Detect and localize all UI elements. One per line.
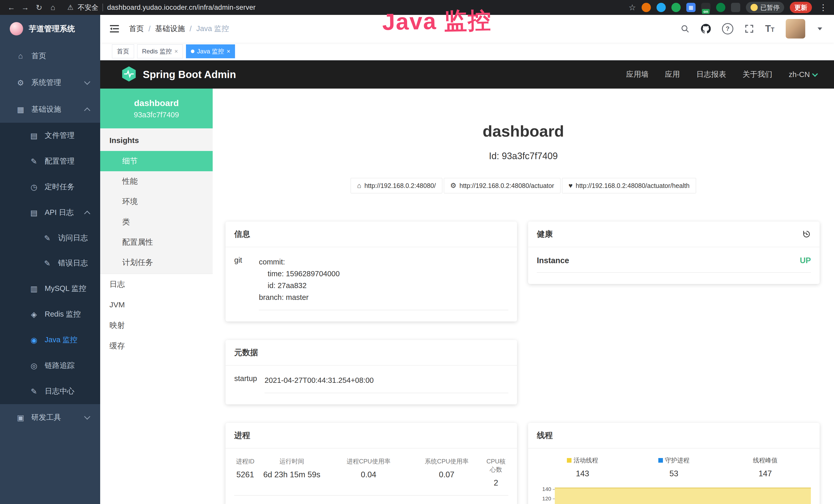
- sidebar-item-label: 错误日志: [58, 258, 88, 268]
- tab-redis[interactable]: Redis 监控 ×: [137, 44, 183, 58]
- toolbox-icon: ▣: [16, 413, 25, 422]
- sidebar-item-java[interactable]: ◉ Java 监控: [0, 327, 100, 353]
- sidebar-item-home[interactable]: ⌂ 首页: [0, 43, 100, 69]
- col-header: 进程CPU使用率: [328, 457, 410, 465]
- sidebar-item-dev-tools[interactable]: ▣ 研发工具: [0, 404, 100, 431]
- extension-switch-icon[interactable]: on: [701, 3, 710, 12]
- process-col: 进程CPU使用率 0.04: [328, 457, 410, 487]
- actuator-url-link[interactable]: ⚙ http://192.168.0.2:48080/actuator: [444, 178, 561, 193]
- caret-down-icon[interactable]: [817, 27, 822, 30]
- document-icon: ✎: [43, 234, 52, 243]
- extension-drop-icon[interactable]: [657, 3, 666, 12]
- sba-nav-journal[interactable]: 日志报表: [696, 69, 726, 79]
- sba-brand[interactable]: Spring Boot Admin: [143, 69, 236, 81]
- sidebar-item-mysql[interactable]: ▥ MySQL 监控: [0, 276, 100, 301]
- breadcrumb-current: Java 监控: [196, 24, 229, 34]
- user-avatar[interactable]: [786, 19, 805, 39]
- sidebar-item-label: 链路追踪: [45, 361, 74, 371]
- card-title: 健康: [537, 229, 553, 239]
- service-url-link[interactable]: ⌂ http://192.168.0.2:48080/: [351, 178, 442, 193]
- close-icon[interactable]: ×: [226, 48, 230, 55]
- sba-menu-logs[interactable]: 日志: [100, 274, 213, 295]
- process-col: 运行时间 6d 23h 15m 59s: [256, 457, 327, 487]
- health-url-link[interactable]: ♥ http://192.168.0.2:48080/actuator/heal…: [562, 178, 696, 193]
- tab-home[interactable]: 首页: [112, 44, 134, 58]
- address-bar[interactable]: ⚠ 不安全 dashboard.yudao.iocoder.cn/infra/a…: [67, 3, 627, 12]
- sba-nav-wallboard[interactable]: 应用墙: [626, 69, 649, 79]
- gear-icon: ⚙: [16, 78, 25, 87]
- update-button[interactable]: 更新: [790, 2, 812, 13]
- instance-header[interactable]: dashboard 93a3fc7f7409: [100, 89, 213, 129]
- sidebar-item-access-log[interactable]: ✎ 访问日志: [0, 225, 100, 251]
- extension-grid-icon[interactable]: ▦: [686, 3, 696, 12]
- app-title: 芋道管理系统: [29, 24, 75, 34]
- help-icon[interactable]: ?: [722, 23, 733, 35]
- search-icon[interactable]: [680, 24, 690, 33]
- github-icon[interactable]: [701, 24, 711, 33]
- sidebar-item-file[interactable]: ▤ 文件管理: [0, 123, 100, 148]
- sidebar-item-config[interactable]: ✎ 配置管理: [0, 148, 100, 174]
- legend-item-live: 活动线程 143: [537, 456, 628, 478]
- locale-label: zh-CN: [789, 70, 810, 79]
- sba-logo-icon[interactable]: [122, 66, 136, 83]
- close-icon[interactable]: ×: [174, 48, 178, 55]
- insights-group: Insights 细节 性能 环境 类 配置属性 计划任务: [100, 129, 213, 274]
- sidebar-item-error-log[interactable]: ✎ 错误日志: [0, 251, 100, 276]
- browser-menu-icon[interactable]: ⋮: [817, 3, 829, 12]
- back-icon[interactable]: ←: [5, 1, 18, 14]
- sba-menu-label: 细节: [122, 156, 138, 166]
- extension-leaf-icon[interactable]: [716, 3, 725, 12]
- breadcrumb-separator: /: [190, 25, 192, 33]
- col-value: 6d 23h 15m 59s: [256, 470, 327, 479]
- sba-menu-scheduled-tasks[interactable]: 计划任务: [100, 252, 213, 273]
- font-size-icon[interactable]: TT: [765, 23, 774, 34]
- sba-menu-jvm[interactable]: JVM: [100, 295, 213, 315]
- sba-menu-details[interactable]: 细节: [100, 151, 213, 171]
- update-label: 更新: [794, 3, 807, 12]
- breadcrumb-home[interactable]: 首页: [129, 24, 144, 34]
- extension-circle-icon[interactable]: [672, 3, 681, 12]
- sidebar-item-infra[interactable]: ▦ 基础设施: [0, 96, 100, 123]
- fullscreen-icon[interactable]: [745, 24, 754, 33]
- locale-select[interactable]: zh-CN: [789, 70, 817, 79]
- sba-menu-caches[interactable]: 缓存: [100, 336, 213, 356]
- sidebar-item-api-log[interactable]: ▤ API 日志: [0, 200, 100, 225]
- paused-badge[interactable]: 已暂停: [746, 2, 784, 13]
- info-line: time: 1596289704000: [259, 268, 508, 280]
- forward-icon[interactable]: →: [19, 1, 31, 14]
- url-text[interactable]: dashboard.yudao.iocoder.cn/infra/admin-s…: [107, 4, 256, 12]
- hamburger-icon[interactable]: [110, 25, 120, 33]
- breadcrumb-infra[interactable]: 基础设施: [155, 24, 185, 34]
- bookmark-star-icon[interactable]: ☆: [629, 3, 636, 12]
- sidebar-item-job[interactable]: ◷ 定时任务: [0, 174, 100, 200]
- tab-java[interactable]: Java 监控 ×: [186, 44, 235, 58]
- sba-nav-applications[interactable]: 应用: [665, 69, 680, 79]
- spring-boot-admin: Spring Boot Admin 应用墙 应用 日志报表 关于我们 zh-CN: [100, 60, 834, 504]
- edit-icon: ✎: [29, 157, 39, 166]
- sba-sidebar: dashboard 93a3fc7f7409 Insights 细节 性能 环境…: [100, 89, 213, 504]
- extension-paw-icon[interactable]: [731, 3, 740, 12]
- sidebar-item-label: 访问日志: [58, 233, 88, 243]
- reload-icon[interactable]: ↻: [33, 1, 45, 14]
- sba-nav-about[interactable]: 关于我们: [743, 69, 772, 79]
- history-icon[interactable]: [802, 230, 811, 238]
- breadcrumb: 首页 / 基础设施 / Java 监控: [129, 24, 229, 34]
- sba-menu-environment[interactable]: 环境: [100, 191, 213, 212]
- sidebar-item-trace[interactable]: ◎ 链路追踪: [0, 353, 100, 379]
- tab-label: Java 监控: [197, 47, 224, 55]
- sidebar-item-redis[interactable]: ◈ Redis 监控: [0, 301, 100, 327]
- process-col: 系统CPU使用率 0.07: [410, 457, 484, 487]
- home-icon[interactable]: ⌂: [47, 1, 59, 14]
- app-logo-row[interactable]: 芋道管理系统: [0, 15, 100, 43]
- sba-menu-performance[interactable]: 性能: [100, 171, 213, 191]
- extension-fox-icon[interactable]: [642, 3, 651, 12]
- sba-menu-classes[interactable]: 类: [100, 212, 213, 232]
- sba-menu-config-props[interactable]: 配置属性: [100, 232, 213, 252]
- sidebar-item-log-center[interactable]: ✎ 日志中心: [0, 379, 100, 404]
- sba-menu-mappings[interactable]: 映射: [100, 315, 213, 336]
- sidebar-item-label: 文件管理: [45, 131, 74, 141]
- sidebar-item-system[interactable]: ⚙ 系统管理: [0, 69, 100, 96]
- legend-label: 活动线程: [574, 456, 598, 464]
- log-icon: ✎: [29, 387, 39, 396]
- metadata-key: startup: [234, 374, 265, 393]
